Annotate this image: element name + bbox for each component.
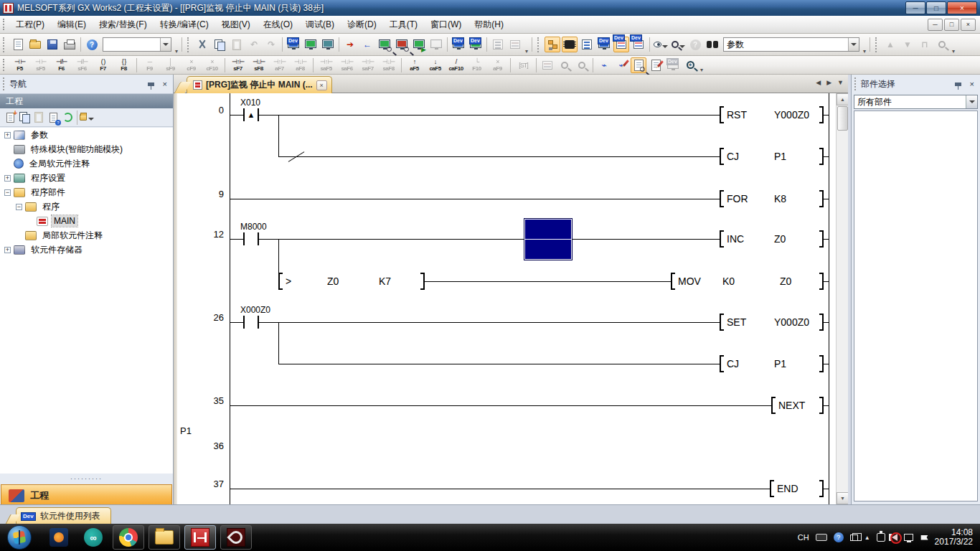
panel-close-icon[interactable]: × [160,80,170,88]
instruction-inc[interactable]: INCZ0 [720,230,824,248]
start-button[interactable] [7,525,32,550]
maximize-button[interactable]: □ [926,1,946,14]
tree-item-local-device-comment[interactable]: 局部软元件注释 [0,228,173,242]
language-indicator[interactable]: CH [798,533,809,542]
ladder-tool-pulse-nop-falling[interactable]: ⊣↓⊢saF8 [379,57,398,73]
transfer-setup-read-button[interactable]: ← [359,37,375,52]
scrollbar-thumb[interactable] [837,106,848,131]
write-to-plc-button[interactable]: Dev [286,37,301,52]
instruction-cj-2[interactable]: CJP1 [720,355,824,372]
tab-scroll-left-icon[interactable]: ◀ [816,79,821,86]
ladder-tool-rung-branch[interactable]: └F10 [467,57,486,73]
device-comment-button[interactable]: Dev [596,37,612,52]
taskbar-clock[interactable]: 14:08 2017/3/22 [935,528,973,547]
taskbar-item-arduino[interactable]: ∞ [78,525,108,550]
watch-start-button[interactable]: ▶ [411,37,427,52]
keyboard-icon[interactable] [816,534,827,541]
edit-cursor[interactable] [524,219,572,260]
menu-item-8[interactable]: 工具(T) [383,17,424,33]
sfc-zoom-button[interactable] [507,37,523,52]
toolbar-grip[interactable] [3,59,6,72]
taskbar-item-chrome[interactable] [113,525,144,550]
ladder-tool-invert-result[interactable]: /caF10 [446,57,466,73]
property-button[interactable]: ? [46,110,60,125]
tree-item-special-module[interactable]: 特殊模块(智能功能模块) [0,142,173,156]
volume-muted-icon[interactable] [892,534,897,541]
ladder-tool-pulse-rising-parallel[interactable]: ⊣↑⊢aF7 [270,57,289,73]
tab-close-icon[interactable]: × [316,80,327,90]
ladder-tool-horizontal-line[interactable]: ─F9 [140,57,159,73]
ladder-tool-rising-result[interactable]: ↑aF5 [405,57,424,73]
taskbar-item-media-player[interactable] [44,525,74,550]
network-icon[interactable] [904,534,913,541]
ladder-tool-application-instruction[interactable]: { }F8 [114,57,133,73]
instruction-rst[interactable]: RSTY000Z0 [720,106,824,123]
find-replace-button[interactable] [705,37,720,52]
ladder-tool-pulse-open-branch[interactable]: ⊣↑⊢saF5 [316,57,336,73]
menu-item-2[interactable]: 搜索/替换(F) [93,17,154,33]
device-usage-list-tab[interactable]: Dev 软元件使用列表 [16,507,111,524]
menu-item-10[interactable]: 帮助(H) [468,17,510,33]
zoom-button[interactable]: + [682,57,698,73]
tree-item-global-device-comment[interactable]: 全局软元件注释 [0,156,173,171]
transfer-setup-write-button[interactable]: ➔ [342,37,358,52]
element-selection-title-bar[interactable]: 部件选择 × [852,75,980,93]
toolbar-overflow-icon[interactable]: ▾ [174,48,179,55]
panel-splitter[interactable]: ········· [0,474,173,484]
editor-vertical-scrollbar[interactable]: ▲ ▼ [836,93,848,504]
ladder-tool-contact-close-parallel[interactable]: ⊣/⊢sF6 [72,57,92,73]
open-project-button[interactable] [27,37,43,52]
ladder-tool-falling-result[interactable]: ↓caF5 [425,57,445,73]
panel-close-icon[interactable]: × [967,80,977,88]
menu-item-3[interactable]: 转换/编译(C) [154,17,215,33]
instruction-end[interactable]: END [770,480,824,497]
read-from-plc-button[interactable] [303,37,319,52]
device-wiring-button[interactable]: Dev [631,37,646,52]
instruction-next[interactable]: NEXT [771,397,824,414]
ladder-tool-contact-close[interactable]: ⊣/⊢F6 [52,57,71,73]
ladder-tool-pulse-rising-contact[interactable]: ⊣↑⊢sF7 [228,57,248,73]
ladder-tool-delete-rung[interactable]: ×aF9 [488,57,507,73]
tree-expand-icon[interactable]: − [4,189,11,196]
contact-m8000[interactable] [243,232,259,245]
tree-item-parameter[interactable]: +参数 [0,128,173,142]
ladder-tool-contact-open-parallel[interactable]: ⊣ ⊢sF5 [31,57,50,73]
mdi-close-button[interactable]: × [961,19,976,31]
wiring-edit-button[interactable]: ⌁ [613,57,629,73]
toolbar-overflow-icon[interactable]: ▾ [524,48,529,55]
sfc-block-list-button[interactable] [490,37,506,52]
find-ladder-block-button[interactable] [574,57,590,73]
sampling-trace-button[interactable] [934,37,950,52]
monitor-write-mode-button[interactable]: Dev [665,57,681,73]
device-batch-monitor-button[interactable]: Dev [451,37,466,52]
module-configuration-button[interactable] [562,37,578,52]
toolbar-grip[interactable] [537,37,541,52]
sort-filter-button[interactable] [80,110,94,125]
ladder-tool-delete-vertical-line[interactable]: ×cF10 [202,57,222,73]
menu-item-4[interactable]: 视图(V) [215,17,257,33]
toolbar-grip[interactable] [187,37,191,52]
device-monitor-grid-button[interactable]: Dev [613,37,629,52]
save-project-button[interactable] [44,37,60,52]
taskbar-item-acrobat[interactable] [220,525,252,550]
tray-window-icon[interactable] [850,534,858,541]
pulse-test-button[interactable]: ⊓ [917,37,933,52]
ladder-tool-delete-horizontal-line[interactable]: ×cF9 [182,57,201,73]
menu-item-9[interactable]: 窗口(W) [424,17,468,33]
device-combo[interactable] [103,37,171,52]
minimize-button[interactable]: ─ [905,1,925,14]
pin-icon[interactable] [148,83,154,86]
document-tab-main[interactable]: [PRG]监视 停止中 MAIN (... × [187,76,332,93]
ladder-tool-pulse-close-branch[interactable]: ⊣↓⊢saF6 [337,57,357,73]
help-button[interactable]: ? [84,37,100,52]
tree-item-program[interactable]: −程序 [0,199,173,214]
menu-item-7[interactable]: 诊断(D) [341,17,383,33]
verify-with-plc-button[interactable] [320,37,336,52]
taskbar-item-gx-works2[interactable] [184,525,216,550]
panel-grip[interactable] [3,77,6,90]
new-project-button[interactable] [10,37,26,52]
menu-item-5[interactable]: 在线(O) [257,17,299,33]
device-registration-monitor-button[interactable]: Dev [468,37,484,52]
read-ladder-block-button[interactable] [557,57,573,73]
show-hidden-icons-button[interactable]: ▲ [864,534,870,541]
